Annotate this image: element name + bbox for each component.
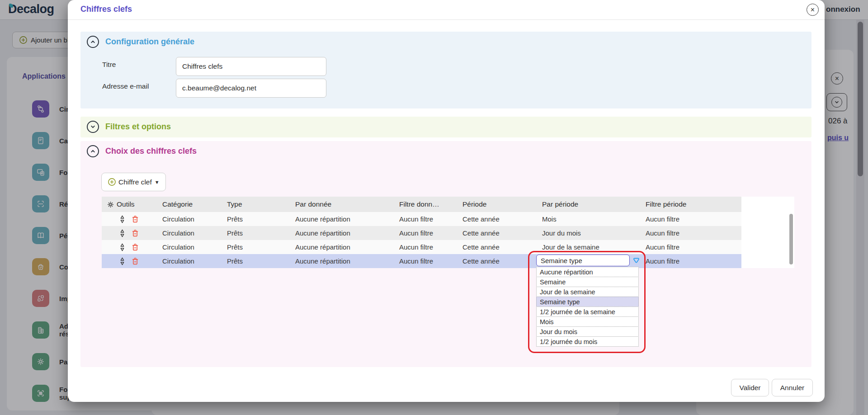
table-scrollbar-thumb[interactable] <box>789 214 793 264</box>
plus-circle-icon <box>108 178 116 186</box>
chevron-down-circle-icon <box>87 121 99 133</box>
cell-categorie: Circulation <box>162 212 194 226</box>
divider <box>68 19 825 20</box>
combo-dropdown-icon[interactable] <box>632 256 640 264</box>
drag-handle-icon[interactable] <box>119 226 126 240</box>
chiffres-clefs-modal: Chiffres clefs × Configuration générale … <box>68 0 825 402</box>
cancel-button[interactable]: Annuler <box>772 379 813 396</box>
option-aucune-repartition[interactable]: Aucune répartition <box>536 267 639 277</box>
combo-options-list: Aucune répartition Semaine Jour de la se… <box>536 267 639 347</box>
cell-par-donnee: Aucune répartition <box>295 240 350 254</box>
caret-down-icon: ▼ <box>155 179 160 185</box>
col-filtre-donnee: Filtre donn… <box>399 197 439 212</box>
cell-par-donnee: Aucune répartition <box>295 254 350 268</box>
cell-filtre-donnee: Aucun filtre <box>399 212 433 226</box>
par-periode-combo-input[interactable] <box>536 255 630 266</box>
section-title: Choix des chiffres clefs <box>105 146 197 156</box>
col-outils: Outils <box>117 197 135 212</box>
section-filtres-options: Filtres et options <box>80 117 811 137</box>
chevron-up-circle-icon <box>87 145 99 157</box>
cell-filtre-donnee: Aucun filtre <box>399 240 433 254</box>
cell-type: Prêts <box>227 226 243 240</box>
cell-filtre-donnee: Aucun filtre <box>399 226 433 240</box>
table-row[interactable]: Circulation Prêts Aucune répartition Auc… <box>102 212 741 226</box>
table-row[interactable]: Circulation Prêts Aucune répartition Auc… <box>102 226 741 240</box>
table-right-gutter <box>741 197 794 268</box>
cell-periode: Cette année <box>462 212 500 226</box>
cell-type: Prêts <box>227 212 243 226</box>
table-row[interactable]: Circulation Prêts Aucune répartition Auc… <box>102 240 741 254</box>
col-par-donnee: Par donnée <box>295 197 331 212</box>
col-filtre-periode: Filtre période <box>646 197 686 212</box>
cell-type: Prêts <box>227 254 243 268</box>
section-title: Configuration générale <box>105 37 194 47</box>
cell-filtre-periode: Aucun filtre <box>646 212 679 226</box>
trash-icon[interactable] <box>131 212 140 226</box>
modal-title: Chiffres clefs <box>80 5 132 14</box>
cell-periode: Cette année <box>462 254 500 268</box>
gear-icon <box>106 197 115 212</box>
drag-handle-icon[interactable] <box>119 240 126 254</box>
chiffres-table: Outils Catégorie Type Par donnée Filtre … <box>102 197 741 268</box>
option-demi-journee-semaine[interactable]: 1/2 journée de la semaine <box>536 307 639 317</box>
trash-icon[interactable] <box>131 226 140 240</box>
cell-par-periode: Mois <box>542 212 557 226</box>
drag-handle-icon[interactable] <box>119 254 126 268</box>
cell-categorie: Circulation <box>162 240 194 254</box>
option-jour-semaine[interactable]: Jour de la semaine <box>536 287 639 297</box>
cell-par-periode: Jour de la semaine <box>542 240 599 254</box>
validate-button[interactable]: Valider <box>731 379 769 396</box>
col-categorie: Catégorie <box>162 197 193 212</box>
col-par-periode: Par période <box>542 197 578 212</box>
trash-icon[interactable] <box>131 240 140 254</box>
col-type: Type <box>227 197 242 212</box>
option-semaine[interactable]: Semaine <box>536 277 639 287</box>
table-row-selected[interactable]: Circulation Prêts Aucune répartition Auc… <box>102 254 741 268</box>
section-filters-toggle[interactable]: Filtres et options <box>87 121 171 133</box>
cell-type: Prêts <box>227 240 243 254</box>
cell-filtre-periode: Aucun filtre <box>646 226 679 240</box>
section-choix-chiffres: Choix des chiffres clefs Chiffre clef ▼ … <box>80 141 811 367</box>
add-chiffre-clef-button[interactable]: Chiffre clef ▼ <box>101 173 166 191</box>
titre-label: Titre <box>102 61 116 69</box>
cell-filtre-periode: Aucun filtre <box>646 240 679 254</box>
cell-par-donnee: Aucune répartition <box>295 226 350 240</box>
chevron-up-circle-icon <box>87 36 99 48</box>
option-demi-journee-mois[interactable]: 1/2 journée du mois <box>536 336 639 347</box>
email-label: Adresse e-mail <box>102 82 149 90</box>
option-semaine-type[interactable]: Semaine type <box>536 297 639 307</box>
close-icon[interactable]: × <box>807 4 819 16</box>
drag-handle-icon[interactable] <box>119 212 126 226</box>
cell-categorie: Circulation <box>162 226 194 240</box>
cell-filtre-donnee: Aucun filtre <box>399 254 433 268</box>
section-choices-toggle[interactable]: Choix des chiffres clefs <box>87 145 197 157</box>
section-general-toggle[interactable]: Configuration générale <box>87 36 194 48</box>
cell-filtre-periode: Aucun filtre <box>646 254 679 268</box>
cell-categorie: Circulation <box>162 254 194 268</box>
email-input[interactable] <box>176 79 326 98</box>
option-jour-mois[interactable]: Jour du mois <box>536 326 639 337</box>
section-title: Filtres et options <box>105 122 171 132</box>
cell-par-donnee: Aucune répartition <box>295 212 350 226</box>
option-mois[interactable]: Mois <box>536 316 639 327</box>
cell-par-periode: Jour du mois <box>542 226 581 240</box>
table-header: Outils Catégorie Type Par donnée Filtre … <box>102 197 741 212</box>
cell-periode: Cette année <box>462 226 500 240</box>
titre-input[interactable] <box>176 57 326 76</box>
add-chiffre-label: Chiffre clef <box>118 178 152 186</box>
trash-icon[interactable] <box>131 254 140 268</box>
cell-periode: Cette année <box>462 240 500 254</box>
col-periode: Période <box>462 197 486 212</box>
section-configuration-generale: Configuration générale Titre Adresse e-m… <box>80 32 811 108</box>
